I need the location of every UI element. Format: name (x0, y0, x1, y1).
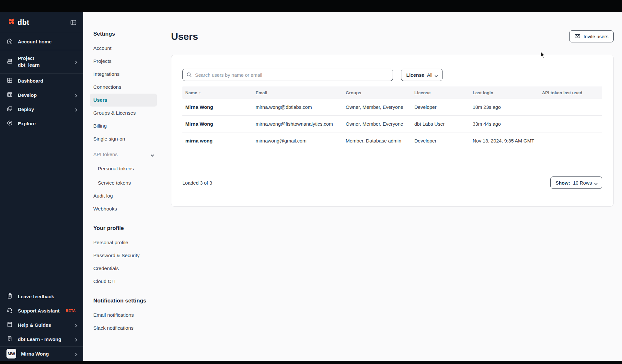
sidebar-item-leave-feedback[interactable]: Leave feedback (0, 289, 83, 303)
show-rows-label: Show: (556, 180, 570, 186)
dbt-logo-icon (6, 17, 15, 27)
cell-groups: Owner, Member, Everyone (346, 121, 414, 127)
sidebar-item-label: Explore (18, 121, 36, 126)
settings-nav-item-password-security[interactable]: Password & Security (90, 249, 157, 262)
license-filter-value: All (427, 72, 432, 78)
chevron-right-icon (75, 351, 77, 357)
settings-nav-item-connections[interactable]: Connections (90, 81, 157, 94)
settings-nav-item-groups-licenses[interactable]: Groups & Licenses (90, 107, 157, 119)
cell-license: Developer (414, 104, 473, 110)
develop-icon (6, 91, 13, 99)
notification-section-title: Notification settings (93, 298, 157, 304)
settings-nav-item-account[interactable]: Account (90, 42, 157, 55)
license-filter-label: License (406, 72, 424, 78)
column-header-license[interactable]: License (414, 90, 473, 95)
user-name: Mirna Wong (21, 351, 49, 357)
chevron-right-icon (75, 59, 77, 64)
table-row[interactable]: Mirna Wong mirna.wong@dbtlabs.com Owner,… (182, 99, 602, 116)
cell-name: mirna wong (185, 138, 256, 143)
settings-nav-group-label: API tokens (93, 152, 118, 157)
cell-license: dbt Labs User (414, 121, 473, 127)
sidebar-item-project[interactable]: Project dbt_learn (0, 50, 83, 73)
sidebar-item-deploy[interactable]: Deploy (0, 102, 83, 116)
settings-nav-item-projects[interactable]: Projects (90, 55, 157, 68)
building-icon (6, 336, 13, 343)
sidebar-item-label: Develop (18, 92, 37, 98)
settings-nav-item-personal-tokens[interactable]: Personal tokens (90, 162, 157, 175)
sidebar-item-label: dbt Learn - mwong (18, 336, 61, 342)
page-title: Users (171, 31, 198, 42)
main-content: Users Invite users License All (163, 12, 622, 361)
sidebar-item-label: Help & Guides (18, 322, 51, 328)
settings-nav-item-billing[interactable]: Billing (90, 119, 157, 132)
chevron-down-icon (151, 152, 154, 157)
sidebar-item-help-guides[interactable]: Help & Guides (0, 318, 83, 332)
deploy-icon (6, 106, 13, 113)
dashboard-icon (6, 77, 13, 85)
search-icon (186, 72, 192, 79)
show-rows-dropdown[interactable]: Show: 10 Rows (550, 176, 602, 189)
sidebar-item-dashboard[interactable]: Dashboard (0, 74, 83, 88)
settings-nav-group-api-tokens[interactable]: API tokens (90, 148, 157, 161)
settings-nav-item-slack-notifications[interactable]: Slack notifications (90, 322, 157, 335)
app-sidebar: dbt Account home Project dbt_learn Dashb… (0, 12, 83, 361)
loaded-count-label: Loaded 3 of 3 (182, 180, 212, 186)
sidebar-item-label: Account home (18, 39, 52, 44)
table-header-row: Name ↑ Email Groups License Last login A… (182, 86, 602, 99)
bottom-black-bar (0, 361, 622, 364)
sidebar-item-explore[interactable]: Explore (0, 116, 83, 131)
project-icon (6, 58, 13, 65)
users-card: License All Name ↑ Email Groups License … (171, 55, 614, 207)
cell-groups: Owner, Member, Everyone (346, 104, 414, 110)
sidebar-user-menu[interactable]: MW Mirna Wong (0, 347, 83, 361)
top-black-bar (0, 0, 622, 12)
settings-nav-item-service-tokens[interactable]: Service tokens (90, 176, 157, 189)
beta-badge: BETA (66, 309, 76, 313)
sidebar-collapse-icon[interactable] (70, 19, 77, 26)
settings-nav-item-audit-log[interactable]: Audit log (90, 189, 157, 202)
show-rows-value: 10 Rows (573, 180, 592, 186)
sidebar-item-label: Support Assistant (18, 308, 60, 313)
search-input[interactable] (182, 69, 393, 81)
cell-name: Mirna Wong (185, 104, 256, 110)
settings-nav-item-users[interactable]: Users (90, 94, 157, 107)
column-header-email[interactable]: Email (256, 90, 346, 95)
column-header-last-login[interactable]: Last login (473, 90, 542, 95)
settings-nav-item-cloud-cli[interactable]: Cloud CLI (90, 275, 157, 288)
avatar: MW (6, 349, 16, 358)
settings-nav-item-credentials[interactable]: Credentials (90, 262, 157, 275)
sidebar-item-support-assistant[interactable]: Support Assistant BETA (0, 303, 83, 318)
settings-nav: Settings Account Projects Integrations C… (83, 12, 163, 361)
column-header-api-token[interactable]: API token last used (542, 90, 602, 95)
column-header-groups[interactable]: Groups (346, 90, 414, 95)
settings-nav-item-integrations[interactable]: Integrations (90, 68, 157, 81)
license-filter-dropdown[interactable]: License All (401, 69, 443, 81)
sidebar-item-develop[interactable]: Develop (0, 88, 83, 102)
search-box (182, 69, 393, 81)
settings-nav-item-single-sign-on[interactable]: Single sign-on (90, 132, 157, 145)
settings-nav-item-email-notifications[interactable]: Email notifications (90, 309, 157, 322)
cell-email: mirnawong@gmail.com (256, 138, 346, 143)
explore-icon (6, 120, 13, 127)
table-row[interactable]: Mirna Wong mirna.wong@fishtownanalytics.… (182, 116, 602, 132)
sidebar-item-account-home[interactable]: Account home (0, 33, 83, 50)
envelope-icon (574, 33, 581, 40)
chevron-right-icon (75, 336, 77, 342)
clipboard-icon (6, 293, 13, 300)
invite-users-button[interactable]: Invite users (569, 30, 614, 42)
chevron-right-icon (75, 107, 77, 112)
chevron-down-icon (595, 180, 597, 186)
sidebar-item-label: Project (18, 55, 40, 62)
column-header-name[interactable]: Name ↑ (185, 90, 256, 95)
cell-email: mirna.wong@fishtownanalytics.com (256, 121, 346, 127)
table-row[interactable]: mirna wong mirnawong@gmail.com Member, D… (182, 132, 602, 149)
invite-users-label: Invite users (583, 34, 608, 39)
chevron-right-icon (75, 322, 77, 328)
sidebar-item-dbt-learn[interactable]: dbt Learn - mwong (0, 332, 83, 346)
cell-name: Mirna Wong (185, 121, 256, 127)
chevron-down-icon (435, 72, 437, 78)
dbt-logo[interactable]: dbt (6, 17, 29, 27)
settings-nav-item-webhooks[interactable]: Webhooks (90, 202, 157, 215)
settings-nav-item-personal-profile[interactable]: Personal profile (90, 236, 157, 249)
cell-last-login: 33m 44s ago (473, 121, 542, 127)
